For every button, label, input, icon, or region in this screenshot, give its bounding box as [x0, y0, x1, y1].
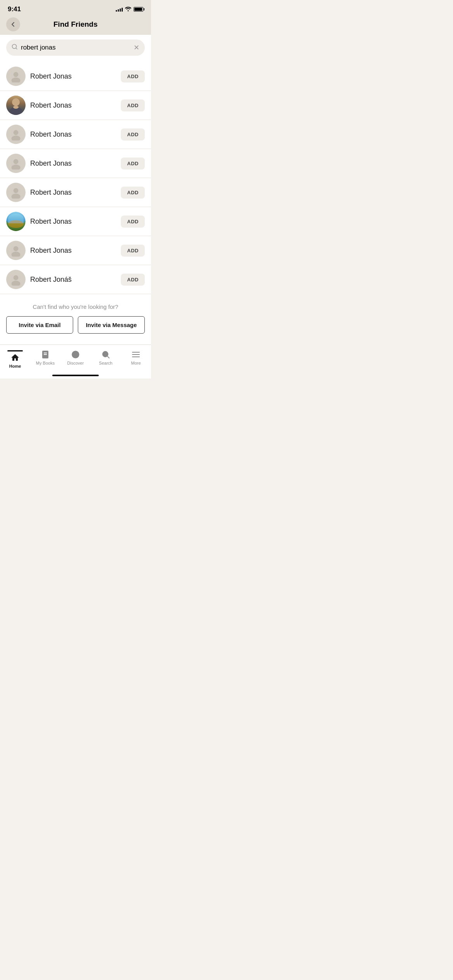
tab-discover-label: Discover	[67, 361, 84, 365]
add-button[interactable]: ADD	[121, 70, 145, 82]
clear-button[interactable]: ✕	[134, 43, 139, 52]
battery-icon	[134, 7, 143, 12]
navigation-bar: Find Friends	[0, 16, 151, 35]
svg-point-2	[11, 77, 20, 82]
avatar	[6, 67, 26, 86]
add-button[interactable]: ADD	[121, 216, 145, 228]
signal-icon	[116, 7, 123, 12]
discover-icon	[70, 350, 81, 360]
search-bar: ✕	[6, 39, 145, 56]
tab-home[interactable]: Home	[0, 348, 30, 370]
user-name: Robert Jonas	[30, 247, 116, 255]
home-icon	[10, 353, 20, 363]
list-item: Robert Jonas ADD	[0, 178, 151, 207]
cant-find-text: Can't find who you're looking for?	[6, 303, 145, 310]
tab-more[interactable]: More	[121, 348, 151, 370]
svg-point-3	[14, 130, 19, 135]
page-title: Find Friends	[53, 20, 98, 29]
svg-point-4	[11, 135, 20, 140]
home-indicator	[0, 372, 151, 379]
invite-buttons: Invite via Email Invite via Message	[6, 316, 145, 334]
bottom-section: Can't find who you're looking for? Invit…	[0, 294, 151, 344]
svg-point-11	[14, 275, 19, 280]
user-name: Robert Jonas	[30, 159, 116, 168]
tab-home-label: Home	[9, 364, 21, 368]
list-item: Robert Jonáš ADD	[0, 265, 151, 294]
avatar	[6, 241, 26, 260]
avatar	[6, 270, 26, 289]
add-button[interactable]: ADD	[121, 99, 145, 111]
svg-rect-13	[44, 355, 46, 356]
wifi-icon	[125, 6, 131, 12]
tab-discover[interactable]: Discover	[60, 348, 91, 370]
avatar	[6, 212, 26, 231]
svg-point-1	[14, 72, 19, 77]
back-button[interactable]	[6, 17, 20, 31]
results-list: Robert Jonas ADD Robert Jonas ADD	[0, 62, 151, 294]
tab-search[interactable]: Search	[91, 348, 121, 370]
list-item: Robert Jonas ADD	[0, 149, 151, 178]
tab-more-label: More	[131, 361, 141, 365]
user-name: Robert Jonas	[30, 72, 116, 81]
status-icons	[116, 6, 143, 12]
svg-point-5	[14, 159, 19, 164]
tab-bar: Home My Books Discover	[0, 344, 151, 372]
svg-point-9	[14, 246, 19, 251]
list-item: Robert Jonas ADD	[0, 207, 151, 236]
list-item: Robert Jonas ADD	[0, 62, 151, 91]
search-tab-icon	[101, 350, 111, 360]
tab-mybooks-label: My Books	[36, 361, 55, 365]
mybooks-icon	[40, 350, 50, 360]
svg-point-6	[11, 164, 20, 170]
svg-point-15	[75, 354, 76, 355]
user-name: Robert Jonáš	[30, 276, 116, 284]
user-name: Robert Jonas	[30, 188, 116, 197]
user-name: Robert Jonas	[30, 101, 116, 110]
list-item: Robert Jonas ADD	[0, 120, 151, 149]
tab-mybooks[interactable]: My Books	[30, 348, 60, 370]
status-bar: 9:41	[0, 0, 151, 16]
avatar	[6, 154, 26, 173]
add-button[interactable]: ADD	[121, 128, 145, 140]
add-button[interactable]: ADD	[121, 274, 145, 286]
svg-point-10	[11, 252, 20, 257]
more-icon	[131, 350, 141, 360]
status-time: 9:41	[8, 5, 21, 13]
search-container: ✕	[0, 35, 151, 62]
search-input[interactable]	[21, 44, 130, 51]
list-item: Robert Jonas ADD	[0, 91, 151, 120]
home-indicator-bar	[52, 375, 99, 376]
invite-email-button[interactable]: Invite via Email	[6, 316, 73, 334]
tab-search-label: Search	[99, 361, 113, 365]
svg-point-8	[11, 194, 20, 199]
invite-message-button[interactable]: Invite via Message	[78, 316, 145, 334]
search-icon	[12, 44, 18, 51]
avatar	[6, 125, 26, 144]
add-button[interactable]: ADD	[121, 245, 145, 257]
avatar	[6, 183, 26, 202]
add-button[interactable]: ADD	[121, 158, 145, 170]
svg-point-12	[11, 281, 20, 286]
svg-point-7	[14, 188, 19, 193]
avatar	[6, 96, 26, 115]
user-name: Robert Jonas	[30, 218, 116, 226]
add-button[interactable]: ADD	[121, 187, 145, 199]
user-name: Robert Jonas	[30, 130, 116, 139]
list-item: Robert Jonas ADD	[0, 236, 151, 265]
